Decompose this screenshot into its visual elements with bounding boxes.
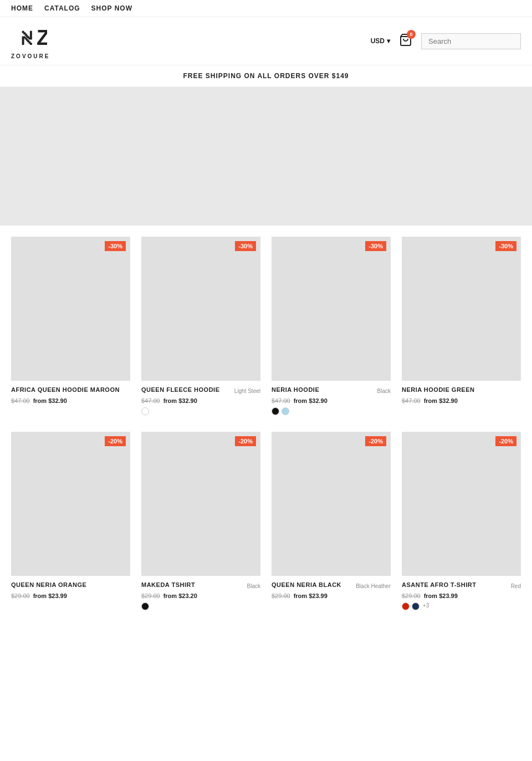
nav-home[interactable]: HOME: [11, 4, 33, 12]
product-image: -30%: [141, 237, 260, 381]
product-card[interactable]: -30% QUEEN FLEECE HOODIE Light Steel $47…: [141, 237, 260, 415]
color-swatch-white[interactable]: [141, 407, 149, 415]
product-prices: $29.00 from $23.20: [141, 593, 260, 599]
logo-text: ZOVOURE: [11, 53, 50, 59]
product-card[interactable]: -20% MAKEDA TSHIRT Black $29.00 from $23…: [141, 432, 260, 610]
product-prices: $29.00 from $23.99: [11, 593, 130, 599]
product-name: ASANTE AFRO T-SHIRT: [402, 581, 476, 588]
header-right: USD ▾ 0: [371, 33, 521, 49]
original-price: $29.00: [272, 593, 290, 599]
product-prices: $29.00 from $23.99: [402, 593, 521, 599]
discount-badge: -20%: [495, 436, 516, 446]
product-card[interactable]: -30% NERIA HOODIE GREEN $47.00 from $32.…: [402, 237, 521, 415]
product-meta: MAKEDA TSHIRT Black: [141, 581, 260, 590]
logo[interactable]: ꋊZ ZOVOURE: [11, 23, 50, 59]
sale-price: from $32.90: [163, 397, 197, 404]
color-swatches: +3: [402, 602, 521, 610]
product-meta: AFRICA QUEEN HOODIE MAROON: [11, 386, 130, 395]
color-swatch-black[interactable]: [272, 407, 279, 415]
promo-text: FREE SHIPPING ON ALL ORDERS OVER $149: [183, 72, 349, 80]
product-image: -20%: [11, 432, 130, 576]
original-price: $47.00: [11, 397, 30, 404]
product-card[interactable]: -30% NERIA HOODIE Black $47.00 from $32.…: [272, 237, 391, 415]
color-swatch-navy[interactable]: [412, 602, 420, 610]
currency-selector[interactable]: USD ▾: [371, 37, 390, 45]
product-prices: $47.00 from $32.90: [272, 397, 391, 404]
original-price: $47.00: [141, 397, 160, 404]
original-price: $29.00: [402, 593, 421, 599]
product-prices: $29.00 from $23.99: [272, 593, 391, 599]
product-meta: ASANTE AFRO T-SHIRT Red: [402, 581, 521, 590]
cart-button[interactable]: 0: [399, 33, 412, 49]
color-swatches: [141, 407, 260, 415]
product-card[interactable]: -30% AFRICA QUEEN HOODIE MAROON $47.00 f…: [11, 237, 130, 415]
original-price: $47.00: [402, 397, 421, 404]
sale-price: from $23.99: [424, 593, 458, 599]
sale-price: from $32.90: [294, 397, 328, 404]
product-card[interactable]: -20% QUEEN NERIA BLACK Black Heather $29…: [272, 432, 391, 610]
variant-label: Black: [377, 388, 391, 394]
nav-catalog[interactable]: CATALOG: [44, 4, 80, 12]
sale-price: from $23.99: [33, 593, 67, 599]
product-name: NERIA HOODIE GREEN: [402, 386, 474, 393]
products-grid-row2: -20% QUEEN NERIA ORANGE $29.00 from $23.…: [11, 432, 521, 610]
svg-text:ꋊZ: ꋊZ: [17, 26, 47, 49]
product-card[interactable]: -20% ASANTE AFRO T-SHIRT Red $29.00 from…: [402, 432, 521, 610]
sale-price: from $32.90: [33, 397, 67, 404]
product-meta: NERIA HOODIE Black: [272, 386, 391, 395]
header: ꋊZ ZOVOURE USD ▾ 0: [0, 17, 532, 65]
product-name: QUEEN NERIA ORANGE: [11, 581, 86, 588]
variant-label: Red: [511, 583, 521, 589]
product-meta: QUEEN FLEECE HOODIE Light Steel: [141, 386, 260, 395]
product-meta: NERIA HOODIE GREEN: [402, 386, 521, 395]
product-name: QUEEN NERIA BLACK: [272, 581, 341, 588]
product-meta: QUEEN NERIA BLACK Black Heather: [272, 581, 391, 590]
discount-badge: -30%: [105, 241, 126, 251]
product-name: AFRICA QUEEN HOODIE MAROON: [11, 386, 120, 393]
chevron-down-icon: ▾: [387, 37, 390, 45]
more-colors: +3: [423, 602, 429, 610]
discount-badge: -30%: [495, 241, 516, 251]
search-input[interactable]: [421, 33, 521, 49]
top-navigation: HOME CATALOG SHOP NOW: [0, 0, 532, 17]
variant-label: Black: [247, 583, 260, 589]
color-swatches: [272, 407, 391, 415]
product-image: -30%: [272, 237, 391, 381]
discount-badge: -30%: [235, 241, 256, 251]
color-swatch-black[interactable]: [141, 602, 149, 610]
discount-badge: -20%: [235, 436, 256, 446]
product-prices: $47.00 from $32.90: [141, 397, 260, 404]
product-image: -20%: [141, 432, 260, 576]
product-name: NERIA HOODIE: [272, 386, 319, 393]
variant-label: Black Heather: [356, 583, 391, 589]
color-swatches: [141, 602, 260, 610]
color-swatch-red[interactable]: [402, 602, 410, 610]
nav-shop-now[interactable]: SHOP NOW: [91, 4, 132, 12]
products-section: -30% AFRICA QUEEN HOODIE MAROON $47.00 f…: [0, 226, 532, 638]
product-image: -20%: [272, 432, 391, 576]
hero-image: [0, 87, 532, 226]
original-price: $29.00: [11, 593, 30, 599]
sale-price: from $23.20: [163, 593, 197, 599]
product-image: -20%: [402, 432, 521, 576]
discount-badge: -20%: [365, 436, 386, 446]
promo-banner: FREE SHIPPING ON ALL ORDERS OVER $149: [0, 65, 532, 87]
product-prices: $47.00 from $32.90: [11, 397, 130, 404]
product-image: -30%: [402, 237, 521, 381]
product-meta: QUEEN NERIA ORANGE: [11, 581, 130, 590]
original-price: $47.00: [272, 397, 290, 404]
product-image: -30%: [11, 237, 130, 381]
product-card[interactable]: -20% QUEEN NERIA ORANGE $29.00 from $23.…: [11, 432, 130, 610]
color-swatch-light-blue[interactable]: [282, 407, 289, 415]
product-prices: $47.00 from $32.90: [402, 397, 521, 404]
product-name: QUEEN FLEECE HOODIE: [141, 386, 220, 393]
products-grid-row1: -30% AFRICA QUEEN HOODIE MAROON $47.00 f…: [11, 237, 521, 415]
original-price: $29.00: [141, 593, 160, 599]
product-name: MAKEDA TSHIRT: [141, 581, 195, 588]
sale-price: from $23.99: [294, 593, 328, 599]
logo-icon: ꋊZ: [14, 23, 47, 53]
currency-label: USD: [371, 37, 385, 45]
discount-badge: -20%: [105, 436, 126, 446]
discount-badge: -30%: [365, 241, 386, 251]
cart-count: 0: [407, 30, 416, 39]
